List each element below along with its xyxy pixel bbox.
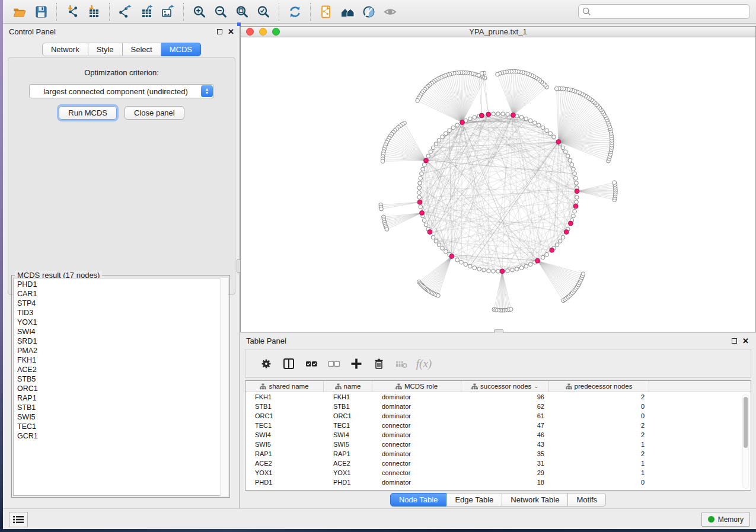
mcds-hub-node[interactable] [511,113,516,118]
network-node[interactable] [573,172,577,176]
node-table[interactable]: shared namenameMCDS rolesuccessor nodes⌄… [245,380,751,491]
network-node[interactable] [506,269,510,273]
network-node[interactable] [558,239,562,243]
apply-layout-button[interactable] [284,2,305,21]
network-node[interactable] [566,154,570,158]
network-node[interactable] [417,196,422,200]
network-node[interactable] [464,262,468,267]
table-scrollbar-thumb[interactable] [744,397,748,448]
memory-button[interactable]: Memory [701,512,750,527]
table-row[interactable]: RAP1RAP1dominator352 [245,449,751,459]
mcds-hub-node[interactable] [500,269,505,274]
tab-edge-table[interactable]: Edge Table [446,493,502,507]
mcds-result-item[interactable]: RAP1 [17,393,221,403]
network-node[interactable] [492,270,496,274]
mcds-hub-node[interactable] [575,189,579,194]
tab-mcds[interactable]: MCDS [161,43,201,56]
export-image-button[interactable] [157,2,178,21]
table-row[interactable]: SWI4SWI4dominator462 [245,430,751,440]
table-row[interactable]: STB1STB1dominator620 [245,402,751,411]
mcds-result-item[interactable]: GCR1 [17,431,221,441]
network-node[interactable] [528,262,532,267]
network-node[interactable] [574,177,578,181]
network-node[interactable] [541,126,545,130]
network-leaf-node[interactable] [554,86,559,91]
mcds-result-item[interactable]: CAR1 [17,289,221,299]
network-node[interactable] [441,135,445,139]
network-node[interactable] [496,270,500,274]
deselect-all-button[interactable] [324,354,344,374]
mcds-result-item[interactable]: SWI5 [17,412,221,422]
network-node[interactable] [564,150,568,154]
network-node[interactable] [451,126,455,130]
network-canvas[interactable] [241,37,755,332]
open-session-button[interactable] [9,2,30,21]
zoom-out-button[interactable] [210,2,231,21]
network-node[interactable] [575,200,579,204]
run-mcds-button[interactable]: Run MCDS [59,106,117,120]
mcds-result-item[interactable]: PMA2 [17,346,221,355]
mcds-result-item[interactable]: ACE2 [17,365,221,374]
network-node[interactable] [568,158,572,162]
network-node[interactable] [431,146,435,150]
network-node[interactable] [572,167,576,171]
network-node[interactable] [570,163,574,167]
table-row[interactable]: SWI5SWI5connector431 [245,440,751,449]
table-row[interactable]: YOX1YOX1connector291 [245,468,751,477]
tab-network[interactable]: Network [42,43,88,56]
network-node[interactable] [426,154,430,158]
network-node[interactable] [515,267,519,271]
search-input[interactable] [578,4,750,19]
network-node[interactable] [482,268,486,273]
table-scrollbar[interactable] [742,394,749,489]
network-node[interactable] [444,249,448,254]
tab-motifs[interactable]: Motifs [568,493,606,507]
network-node[interactable] [422,219,426,223]
close-panel-icon[interactable]: ✕ [228,28,234,36]
mcds-result-item[interactable]: STB1 [17,403,221,412]
mcds-result-item[interactable]: STB5 [17,374,221,384]
network-node[interactable] [422,163,426,167]
home-button[interactable] [337,2,358,21]
network-window-titlebar[interactable]: YPA_prune.txt_1 [241,27,755,37]
network-leaf-node[interactable] [381,159,385,164]
mcds-hub-node[interactable] [550,248,554,252]
network-node[interactable] [541,255,545,259]
network-node[interactable] [545,252,549,257]
network-node[interactable] [506,113,510,117]
mcds-hub-node[interactable] [573,204,578,209]
tab-style[interactable]: Style [88,43,123,56]
mcds-hub-node[interactable] [424,158,429,163]
network-node[interactable] [455,258,460,262]
export-table-button[interactable] [136,2,157,21]
tab-select[interactable]: Select [123,43,161,56]
table-row[interactable]: ACE2ACE2connector311 [245,459,751,468]
network-node[interactable] [448,129,452,133]
network-node[interactable] [434,142,438,146]
network-node[interactable] [419,177,423,181]
mcds-hub-node[interactable] [479,113,484,118]
network-node[interactable] [473,266,477,270]
mcds-hub-node[interactable] [535,258,540,263]
network-node[interactable] [419,205,423,209]
mcds-hub-node[interactable] [460,120,465,125]
table-row[interactable]: TEC1TEC1connector472 [245,421,751,430]
network-leaf-node[interactable] [496,72,500,76]
network-node[interactable] [460,261,464,265]
network-node[interactable] [501,112,505,116]
settings-button[interactable] [256,354,276,374]
column-header-MCDS-role[interactable]: MCDS role [372,381,461,392]
close-panel-button[interactable]: Close panel [125,106,184,120]
close-table-panel-icon[interactable]: ✕ [742,337,749,345]
column-header-predecessor-nodes[interactable]: predecessor nodes [549,381,649,392]
network-node[interactable] [572,214,576,218]
network-node[interactable] [434,239,438,243]
network-node[interactable] [477,267,481,271]
network-leaf-node[interactable] [436,294,441,298]
column-header-name[interactable]: name [324,381,372,392]
mcds-result-list[interactable]: PHD1CAR1STP4TID3YOX1SWI4SRD1PMA2FKH1ACE2… [13,278,221,496]
network-node[interactable] [533,121,537,125]
float-table-panel-icon[interactable] [732,338,737,344]
network-node[interactable] [487,269,491,273]
network-graph[interactable] [241,37,755,332]
